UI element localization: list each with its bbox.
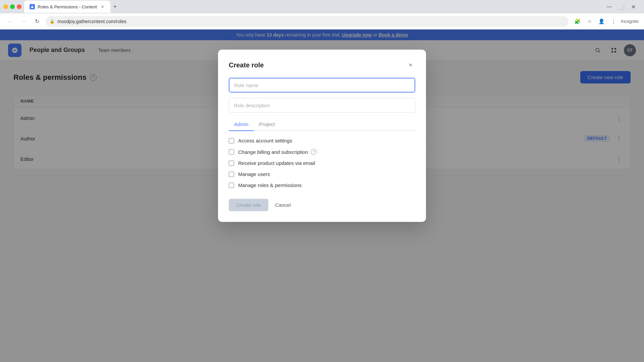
access-account-settings-label: Access account settings xyxy=(238,138,292,143)
modal-overlay: Create role × Admin Project xyxy=(0,29,644,362)
close-button[interactable] xyxy=(17,4,21,9)
settings-icon[interactable]: ⋮ xyxy=(609,17,618,26)
browser-traffic-lights xyxy=(3,4,21,9)
tab-admin[interactable]: Admin xyxy=(229,118,254,131)
permissions-list: Access account settings Change billing a… xyxy=(229,138,415,188)
app-wrapper: You only have 13 days remaining in your … xyxy=(0,29,644,362)
forward-button[interactable]: → xyxy=(19,17,28,26)
change-billing-label: Change billing and subscription ? xyxy=(238,149,317,155)
role-description-field xyxy=(229,98,415,113)
extensions-button[interactable]: 🧩 xyxy=(573,17,582,26)
toolbar-icons: 🧩 ☆ 👤 ⋮ Incognito xyxy=(573,17,639,26)
back-button[interactable]: ← xyxy=(5,17,15,26)
bookmark-button[interactable]: ☆ xyxy=(585,17,594,26)
minimize-window-button[interactable]: — xyxy=(604,2,614,11)
manage-users-checkbox[interactable] xyxy=(229,172,234,177)
tab-favicon xyxy=(30,4,35,9)
modal-close-button[interactable]: × xyxy=(406,60,415,70)
role-name-field xyxy=(229,78,415,93)
close-window-button[interactable]: ✕ xyxy=(629,2,638,11)
browser-titlebar: Roles & Permissions - Content ✕ + — ⬜ ✕ xyxy=(0,0,644,13)
tab-title: Roles & Permissions - Content xyxy=(38,4,97,9)
active-tab[interactable]: Roles & Permissions - Content ✕ xyxy=(24,1,110,13)
minimize-button[interactable] xyxy=(3,4,8,9)
receive-updates-checkbox[interactable] xyxy=(229,161,234,166)
incognito-label: Incognito xyxy=(621,19,639,24)
billing-help-icon[interactable]: ? xyxy=(311,149,317,155)
change-billing-checkbox[interactable] xyxy=(229,149,234,155)
browser-tabs: Roles & Permissions - Content ✕ + xyxy=(24,0,120,13)
new-tab-button[interactable]: + xyxy=(110,2,120,11)
lock-icon: 🔒 xyxy=(50,19,55,24)
reload-button[interactable]: ↻ xyxy=(32,17,42,26)
restore-window-button[interactable]: ⬜ xyxy=(616,2,626,11)
checkbox-item: Manage users xyxy=(229,171,415,177)
checkbox-item: Manage roles & permissions xyxy=(229,182,415,188)
modal-footer: Create role Cancel xyxy=(229,199,415,211)
address-text: moodjoy.gathercontent.com/roles xyxy=(57,19,126,24)
cancel-button[interactable]: Cancel xyxy=(274,199,292,211)
manage-roles-checkbox[interactable] xyxy=(229,183,234,188)
tab-project[interactable]: Project xyxy=(254,118,280,131)
manage-users-label: Manage users xyxy=(238,171,270,177)
modal-title: Create role xyxy=(229,61,264,69)
create-role-submit-button[interactable]: Create role xyxy=(229,199,268,211)
role-description-input[interactable] xyxy=(229,98,415,113)
browser-toolbar: ← → ↻ 🔒 moodjoy.gathercontent.com/roles … xyxy=(0,13,644,29)
receive-updates-label: Receive product updates via email xyxy=(238,160,315,166)
modal-header: Create role × xyxy=(229,60,415,70)
checkbox-item: Receive product updates via email xyxy=(229,160,415,166)
maximize-button[interactable] xyxy=(10,4,15,9)
checkbox-item: Change billing and subscription ? xyxy=(229,149,415,155)
address-bar[interactable]: 🔒 moodjoy.gathercontent.com/roles xyxy=(46,16,569,27)
manage-roles-label: Manage roles & permissions xyxy=(238,182,302,188)
tab-close-button[interactable]: ✕ xyxy=(100,4,105,9)
checkbox-item: Access account settings xyxy=(229,138,415,143)
profile-button[interactable]: 👤 xyxy=(597,17,606,26)
create-role-modal: Create role × Admin Project xyxy=(218,50,426,222)
access-account-settings-checkbox[interactable] xyxy=(229,138,234,143)
modal-tabs: Admin Project xyxy=(229,118,415,131)
role-name-input[interactable] xyxy=(229,78,415,93)
incognito-badge: Incognito xyxy=(621,19,639,24)
